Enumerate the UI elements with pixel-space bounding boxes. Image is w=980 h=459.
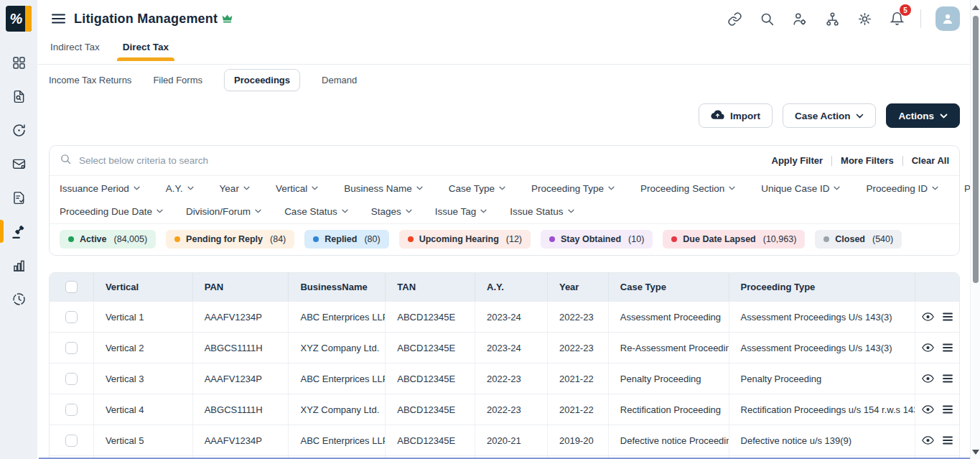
filter-dropdown[interactable]: Proceeding Section <box>640 183 735 194</box>
chevron-down-icon <box>187 186 194 190</box>
subtab-income-tax-returns[interactable]: Income Tax Returns <box>49 75 131 85</box>
tab-direct-tax[interactable]: Direct Tax <box>121 37 170 61</box>
more-filters-link[interactable]: More Filters <box>841 155 894 166</box>
import-button[interactable]: Import <box>699 103 773 128</box>
filter-dropdown[interactable]: Unique Case ID <box>761 183 840 194</box>
case-action-button[interactable]: Case Action <box>783 103 877 128</box>
status-chip[interactable]: Due Date Lapsed (10,963) <box>663 230 805 249</box>
sidebar-item-reports[interactable] <box>0 249 37 282</box>
filter-dropdown[interactable]: Proceeding Type <box>531 183 615 194</box>
filter-dropdown-row-2: Proceeding Due Date Division/Forum Case … <box>50 200 959 222</box>
cell-vertical: Vertical 2 <box>94 333 193 363</box>
row-checkbox[interactable] <box>65 404 78 416</box>
logo-percent-glyph: % <box>10 11 23 27</box>
filter-dropdown[interactable]: Issue Status <box>510 206 574 217</box>
status-chip[interactable]: Replied (80) <box>304 230 388 249</box>
scroll-up-arrow-icon[interactable] <box>972 5 979 10</box>
menu-toggle-icon[interactable] <box>49 11 68 27</box>
subtab-demand[interactable]: Demand <box>322 75 357 85</box>
gavel-icon <box>11 224 27 240</box>
cell-case-type: Penalty Proceeding <box>609 363 729 394</box>
sidebar-item-sync[interactable] <box>0 113 37 147</box>
sidebar-item-mail[interactable] <box>0 147 37 181</box>
select-all-checkbox[interactable] <box>65 281 78 293</box>
tab-indirect-tax[interactable]: Indirect Tax <box>49 37 101 61</box>
eye-icon[interactable] <box>921 343 935 353</box>
eye-icon[interactable] <box>921 404 935 414</box>
row-menu-icon[interactable] <box>942 312 953 322</box>
status-chip[interactable]: Pending for Reply (84) <box>166 230 294 249</box>
filter-dropdown[interactable]: Year <box>220 183 250 194</box>
chevron-down-icon <box>729 186 735 190</box>
notification-bell-icon[interactable]: 5 <box>888 9 906 28</box>
link-icon[interactable] <box>726 10 744 28</box>
row-checkbox[interactable] <box>65 435 78 447</box>
table-row: Vertical 2 ABGCS1111H XYZ Company Ltd. A… <box>50 332 959 363</box>
sidebar-item-litigation[interactable] <box>0 215 37 249</box>
column-header-tan: TAN <box>386 273 475 301</box>
filter-dropdown[interactable]: Case Status <box>284 206 348 217</box>
apply-filter-link[interactable]: Apply Filter <box>772 155 823 166</box>
settings-gear-icon[interactable] <box>856 10 874 28</box>
column-header-pan: PAN <box>193 273 289 301</box>
filter-dropdown-label: Unique Case ID <box>761 183 829 194</box>
actions-button[interactable]: Actions <box>886 103 960 128</box>
scroll-down-arrow-icon[interactable] <box>972 450 979 455</box>
status-chip-count: (12) <box>506 234 522 244</box>
cell-tan: ABCD12345E <box>386 333 475 363</box>
filter-dropdown[interactable]: Issuance Period <box>60 183 140 194</box>
sidebar-item-dashboard[interactable] <box>0 46 37 80</box>
filter-dropdown[interactable]: A.Y. <box>166 183 194 194</box>
cell-ay: 2022-23 <box>475 363 548 394</box>
filter-dropdown[interactable]: Division/Forum <box>186 206 261 217</box>
status-chip[interactable]: Closed (540) <box>815 230 902 249</box>
row-menu-icon[interactable] <box>942 404 953 414</box>
filter-dropdown[interactable]: Vertical <box>276 183 318 194</box>
status-chip-label: Replied <box>325 234 357 244</box>
eye-icon[interactable] <box>921 312 935 322</box>
user-settings-icon[interactable] <box>790 10 809 28</box>
status-dot <box>823 236 829 242</box>
subtab-filed-forms[interactable]: Filed Forms <box>153 75 202 85</box>
status-chip[interactable]: Upcoming Hearing (12) <box>399 230 531 249</box>
eye-icon[interactable] <box>921 435 935 445</box>
column-header-proceeding-type: Proceeding Type <box>729 273 916 301</box>
column-header-vertical: Vertical <box>94 273 193 301</box>
filter-dropdown[interactable]: Stages <box>371 206 412 217</box>
status-chip[interactable]: Active (84,005) <box>60 230 156 249</box>
clear-all-link[interactable]: Clear All <box>912 155 949 166</box>
search-icon[interactable] <box>758 10 776 28</box>
status-chip-count: (10) <box>628 234 644 244</box>
org-chart-icon[interactable] <box>823 10 841 28</box>
scrollbar-thumb[interactable] <box>973 16 979 283</box>
top-header: Litigation Management <box>37 0 980 37</box>
cell-ay: 2023-24 <box>475 333 548 363</box>
filter-dropdown[interactable]: Proceeding Due Date <box>60 206 163 217</box>
eye-icon[interactable] <box>921 374 935 384</box>
sidebar-item-filed-documents[interactable] <box>0 181 37 215</box>
filter-dropdown[interactable]: Business Name <box>344 183 423 194</box>
filter-dropdown[interactable]: Case Type <box>449 183 505 194</box>
subtab-proceedings[interactable]: Proceedings <box>224 69 300 91</box>
chevron-down-icon <box>243 186 250 190</box>
status-chip[interactable]: Stay Obtained (10) <box>541 230 653 249</box>
row-checkbox[interactable] <box>65 342 78 354</box>
vertical-scrollbar[interactable] <box>970 0 980 459</box>
proceedings-table: Vertical PAN BusinessName TAN A.Y. Year … <box>49 272 960 459</box>
filter-dropdown[interactable]: Proceeding ID <box>866 183 938 194</box>
cell-year: 2019-20 <box>548 425 609 455</box>
filter-dropdown[interactable]: Issue Tag <box>435 206 487 217</box>
row-menu-icon[interactable] <box>942 374 953 384</box>
row-menu-icon[interactable] <box>942 435 953 445</box>
row-menu-icon[interactable] <box>942 343 953 353</box>
filter-search-row: Apply Filter More Filters Clear All <box>50 146 959 176</box>
chevron-down-icon <box>940 113 948 119</box>
cell-businessname: ABC Enterprices LLP <box>289 425 386 455</box>
notification-count-badge: 5 <box>900 4 911 16</box>
criteria-search-input[interactable] <box>79 155 323 166</box>
user-avatar[interactable] <box>935 6 960 31</box>
row-checkbox[interactable] <box>65 373 78 385</box>
sidebar-item-history[interactable] <box>0 282 37 316</box>
sidebar-item-documents[interactable] <box>0 80 37 113</box>
row-checkbox[interactable] <box>65 311 78 323</box>
